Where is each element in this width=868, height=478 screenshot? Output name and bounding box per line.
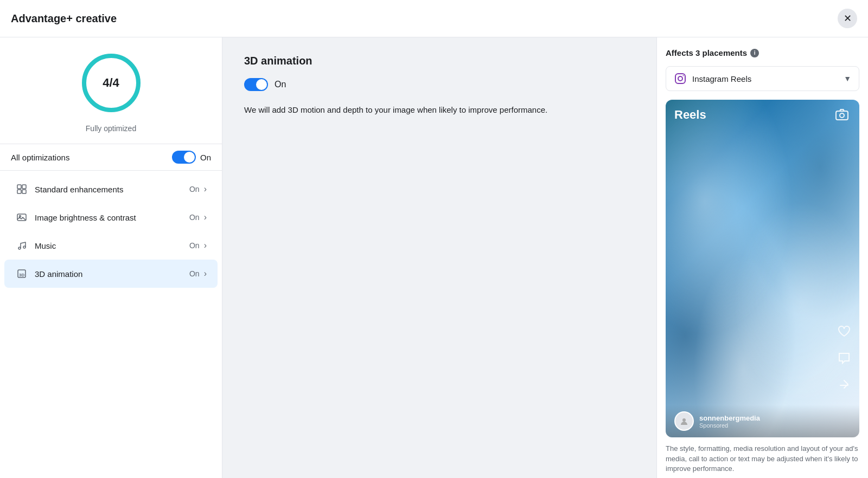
close-button[interactable]: ✕ (838, 9, 857, 28)
modal-header: Advantage+ creative ✕ (0, 0, 868, 37)
dropdown-arrow-icon: ▼ (844, 74, 851, 83)
toggle-section: On (244, 78, 635, 91)
water-texture (666, 100, 859, 437)
all-optimizations-row: All optimizations On (0, 144, 222, 171)
animation-toggle-label: On (275, 80, 286, 89)
3d-icon: 3D (15, 267, 28, 280)
animation-toggle[interactable] (244, 78, 268, 91)
svg-rect-15 (836, 111, 848, 120)
svg-text:3D: 3D (19, 273, 24, 277)
image-icon (15, 211, 28, 224)
score-circle: 4/4 (79, 50, 144, 115)
chevron-right-icon-2: › (204, 212, 207, 222)
modal-body: 4/4 Fully optimized All optimizations On (0, 37, 868, 478)
menu-item-3d-animation[interactable]: 3D 3D animation On › (4, 260, 218, 288)
preview-container: Reels (666, 100, 859, 437)
brightness-contrast-status: On (189, 213, 200, 222)
section-title: 3D animation (244, 55, 635, 67)
all-optimizations-toggle-row: On (172, 151, 211, 164)
optimization-score: 4/4 Fully optimized (0, 50, 222, 144)
instagram-icon (674, 72, 687, 85)
svg-rect-2 (17, 185, 21, 189)
svg-rect-3 (22, 185, 26, 189)
animation-description: We will add 3D motion and depth to your … (244, 104, 559, 117)
right-panel: Affects 3 placements i Instagram Reels ▼ (656, 37, 868, 478)
svg-rect-4 (17, 190, 21, 193)
chevron-right-icon: › (204, 184, 207, 194)
caption-text: The style, formatting, media resolution … (666, 437, 859, 478)
preview-overlay-top: Reels (666, 100, 859, 130)
music-status: On (189, 241, 200, 250)
placement-selector-left: Instagram Reels (674, 72, 751, 85)
score-value: 4/4 (103, 76, 119, 90)
placement-name: Instagram Reels (692, 74, 751, 83)
heart-icon (835, 322, 853, 340)
menu-item-standard-enhancements[interactable]: Standard enhancements On › (4, 175, 218, 203)
modal-title: Advantage+ creative (11, 12, 117, 25)
svg-point-8 (18, 247, 21, 249)
left-panel: 4/4 Fully optimized All optimizations On (0, 37, 222, 478)
info-icon[interactable]: i (750, 49, 759, 57)
brightness-contrast-label: Image brightness & contrast (35, 213, 189, 222)
preview-overlay-right (835, 322, 853, 394)
svg-point-16 (840, 113, 844, 118)
modal-wrapper: Advantage+ creative ✕ 4/4 Fully optimize… (0, 0, 868, 478)
svg-point-9 (23, 246, 25, 248)
standard-enhancements-status: On (189, 185, 200, 193)
close-icon: ✕ (844, 12, 852, 24)
svg-point-17 (682, 418, 686, 422)
all-optimizations-status: On (200, 153, 211, 162)
affects-text: Affects 3 placements (666, 48, 747, 57)
fully-optimized-label: Fully optimized (86, 124, 136, 133)
grid-icon (15, 183, 28, 196)
menu-item-music[interactable]: Music On › (4, 231, 218, 260)
standard-enhancements-label: Standard enhancements (35, 185, 189, 194)
svg-point-7 (20, 216, 21, 217)
all-optimizations-toggle[interactable] (172, 151, 196, 164)
music-icon (15, 239, 28, 252)
music-label: Music (35, 241, 189, 250)
middle-panel: 3D animation On We will add 3D motion an… (222, 37, 656, 478)
share-icon (835, 377, 853, 394)
reels-label: Reels (674, 108, 706, 122)
username: sonnenbergmedia (699, 414, 760, 422)
user-info: sonnenbergmedia Sponsored (699, 414, 760, 429)
svg-rect-5 (22, 190, 26, 193)
menu-items: Standard enhancements On › Image brightn… (0, 175, 222, 288)
svg-point-13 (678, 76, 682, 81)
3d-animation-label: 3D animation (35, 269, 189, 279)
avatar (674, 411, 694, 431)
affects-row: Affects 3 placements i (666, 48, 859, 57)
chevron-right-icon-4: › (204, 269, 207, 279)
svg-point-14 (683, 75, 684, 76)
camera-icon (833, 106, 851, 124)
all-optimizations-label: All optimizations (11, 153, 69, 162)
sponsored-tag: Sponsored (699, 422, 760, 429)
comment-icon (835, 350, 853, 367)
preview-overlay-bottom: sonnenbergmedia Sponsored (666, 405, 859, 437)
svg-rect-12 (675, 74, 685, 83)
menu-item-brightness-contrast[interactable]: Image brightness & contrast On › (4, 203, 218, 231)
3d-animation-status: On (189, 269, 200, 278)
placement-selector[interactable]: Instagram Reels ▼ (666, 66, 859, 91)
chevron-right-icon-3: › (204, 241, 207, 250)
